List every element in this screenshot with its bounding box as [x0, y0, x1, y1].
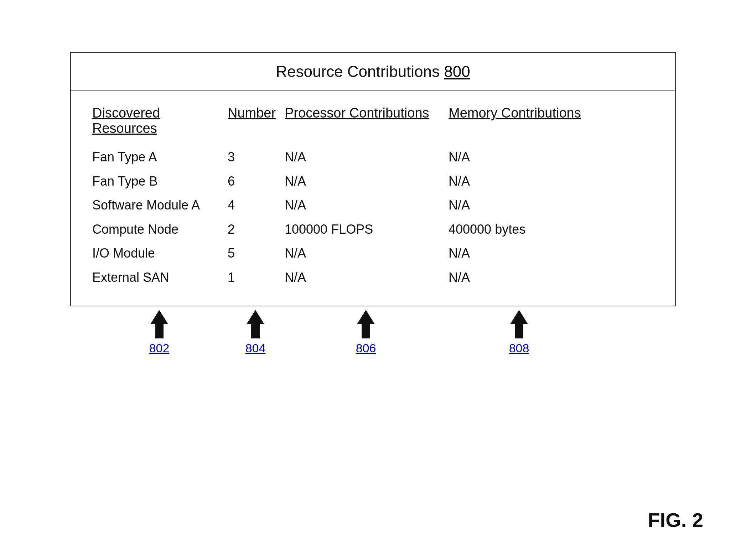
arrow-806-container: 806 — [355, 310, 377, 355]
main-table-box: Resource Contributions 800 Discovered Re… — [70, 52, 676, 306]
table-row: External SAN 1 N/A N/A — [92, 267, 654, 288]
cell-processor-4: N/A — [285, 243, 449, 264]
arrow-col-802: 802 — [92, 310, 227, 355]
table-title: Resource Contributions 800 — [276, 63, 470, 80]
page-container: Resource Contributions 800 Discovered Re… — [35, 31, 711, 529]
svg-marker-0 — [150, 310, 168, 338]
arrow-col-808: 808 — [448, 310, 590, 355]
cell-resource-0: Fan Type A — [92, 147, 228, 167]
cell-number-1: 6 — [228, 171, 285, 192]
cell-memory-0: N/A — [449, 147, 591, 167]
col-header-discovered: Discovered Resources — [92, 105, 228, 136]
arrow-col-806: 806 — [284, 310, 448, 355]
table-row: Software Module A 4 N/A N/A — [92, 195, 654, 216]
cell-processor-5: N/A — [285, 267, 449, 288]
arrow-up-icon-806 — [355, 310, 377, 338]
cell-resource-1: Fan Type B — [92, 171, 228, 192]
cell-processor-0: N/A — [285, 147, 449, 167]
arrow-up-icon-808 — [508, 310, 530, 338]
table-row: Compute Node 2 100000 FLOPS 400000 bytes — [92, 219, 654, 240]
arrow-up-icon-804 — [245, 310, 266, 338]
ref-label-802: 802 — [149, 341, 170, 355]
svg-marker-1 — [247, 310, 264, 338]
cell-resource-2: Software Module A — [92, 195, 228, 216]
ref-label-804: 804 — [245, 341, 266, 355]
cell-number-2: 4 — [228, 195, 285, 216]
arrow-up-icon-802 — [149, 310, 170, 338]
svg-marker-3 — [510, 310, 528, 338]
table-header-row: Discovered Resources Number Processor Co… — [92, 105, 654, 136]
cell-memory-5: N/A — [449, 267, 591, 288]
cell-number-4: 5 — [228, 243, 285, 264]
fig-label: FIG. 2 — [648, 508, 703, 532]
cell-processor-1: N/A — [285, 171, 449, 192]
title-text: Resource Contributions — [276, 63, 440, 80]
cell-processor-2: N/A — [285, 195, 449, 216]
table-content: Discovered Resources Number Processor Co… — [71, 91, 675, 306]
ref-label-808: 808 — [509, 341, 529, 355]
col-header-memory: Memory Contributions — [449, 105, 591, 136]
arrow-804-container: 804 — [245, 310, 266, 355]
cell-number-3: 2 — [228, 219, 285, 240]
cell-memory-1: N/A — [449, 171, 591, 192]
cell-number-0: 3 — [228, 147, 285, 167]
title-ref: 800 — [444, 63, 470, 80]
arrow-808-container: 808 — [508, 310, 530, 355]
cell-resource-5: External SAN — [92, 267, 228, 288]
cell-resource-4: I/O Module — [92, 243, 228, 264]
arrow-802-container: 802 — [149, 310, 170, 355]
arrows-section: 802 804 806 — [70, 310, 676, 355]
ref-label-806: 806 — [356, 341, 376, 355]
cell-memory-4: N/A — [449, 243, 591, 264]
cell-memory-2: N/A — [449, 195, 591, 216]
table-row: Fan Type A 3 N/A N/A — [92, 147, 654, 167]
cell-number-5: 1 — [228, 267, 285, 288]
col-header-processor: Processor Contributions — [285, 105, 449, 136]
cell-resource-3: Compute Node — [92, 219, 228, 240]
table-row: Fan Type B 6 N/A N/A — [92, 171, 654, 192]
table-title-row: Resource Contributions 800 — [71, 53, 675, 91]
arrow-col-804: 804 — [227, 310, 284, 355]
table-row: I/O Module 5 N/A N/A — [92, 243, 654, 264]
diagram-wrapper: Resource Contributions 800 Discovered Re… — [35, 52, 711, 355]
col-header-number: Number — [228, 105, 285, 136]
svg-marker-2 — [357, 310, 375, 338]
cell-memory-3: 400000 bytes — [449, 219, 591, 240]
cell-processor-3: 100000 FLOPS — [285, 219, 449, 240]
table-rows: Fan Type A 3 N/A N/A Fan Type B 6 N/A N/… — [92, 147, 654, 288]
